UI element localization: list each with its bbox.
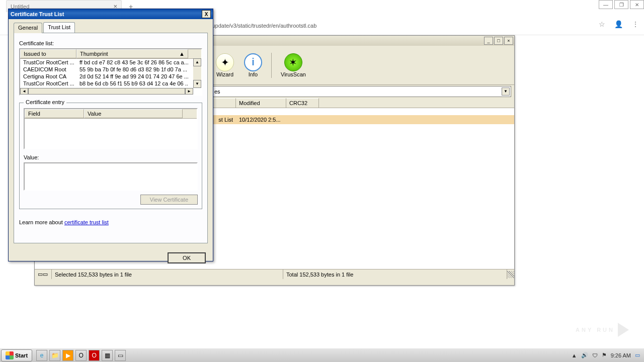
scroll-down-icon[interactable]: ▼: [193, 80, 201, 88]
window-minimize-button[interactable]: —: [599, 0, 613, 9]
col-value[interactable]: Value: [84, 109, 183, 118]
taskbar-ie-icon[interactable]: e: [36, 350, 47, 361]
taskbar-opera-icon[interactable]: O: [89, 350, 100, 361]
system-tray: ▲ 🔊 🛡 ⚑ 9:26 AM ▭: [572, 352, 644, 358]
sort-up-icon: ▲: [179, 51, 185, 57]
col-thumbprint[interactable]: Thumbprint▲: [76, 49, 188, 58]
taskbar-chrome-icon[interactable]: O: [75, 350, 87, 361]
cert-row: TrustCor RootCert ...ff bd cd e7 82 c8 4…: [20, 59, 201, 66]
status-total: Total 152,533 bytes in 1 file: [283, 269, 507, 279]
scroll-right-icon[interactable]: ►: [185, 88, 193, 95]
learn-more: Learn more about certificate trust list: [19, 219, 202, 225]
dialog-close-button[interactable]: X: [202, 10, 211, 18]
tray-flag-icon[interactable]: ⚑: [602, 352, 607, 358]
toolbar-info-button[interactable]: i Info: [244, 53, 262, 77]
col-issued-to[interactable]: Issued to: [20, 49, 76, 58]
cert-entry-group: Certificate entry Field Value Value: Vie…: [19, 103, 202, 209]
toolbar-virusscan-button[interactable]: ✶ VirusScan: [281, 53, 306, 77]
learn-prefix: Learn more about: [19, 219, 64, 225]
info-icon: i: [244, 53, 262, 71]
toolbar-separator: [271, 53, 272, 78]
toolbar-info-label: Info: [249, 71, 258, 77]
cert-row: CAEDICOM Root55 9b ba 7b 0f fe 80 d6 d3 …: [20, 66, 201, 73]
dialog-title: Certificate Trust List: [11, 11, 64, 17]
taskbar-notepad-icon[interactable]: ▭: [115, 350, 126, 361]
tray-clock[interactable]: 9:26 AM: [611, 352, 631, 358]
value-label: Value:: [24, 154, 198, 160]
resize-grip-icon[interactable]: [507, 271, 514, 278]
cert-list-label: Certificate list:: [19, 40, 202, 46]
tray-shield-icon[interactable]: 🛡: [592, 352, 598, 358]
win-minimize-button[interactable]: _: [484, 37, 493, 45]
windows-flag-icon: [6, 351, 14, 359]
wand-icon: ✦: [216, 53, 234, 71]
win-maximize-button[interactable]: □: [494, 37, 503, 45]
col-modified[interactable]: Modified: [236, 98, 286, 108]
tray-volume-icon[interactable]: 🔊: [581, 352, 588, 358]
tab-general[interactable]: General: [14, 23, 42, 33]
chevron-down-icon[interactable]: ▼: [502, 87, 510, 96]
window-close-button[interactable]: ✕: [630, 0, 644, 9]
bookmark-star-icon[interactable]: ☆: [599, 20, 605, 28]
cert-row: TrustCor RootCert ...b8 be 6d cb 56 f1 5…: [20, 80, 201, 87]
scroll-left-icon[interactable]: ◄: [20, 88, 28, 95]
status-selected: Selected 152,533 bytes in 1 file: [52, 269, 283, 279]
toolbar-virus-label: VirusScan: [281, 71, 306, 77]
view-certificate-button: View Certificate: [140, 195, 198, 205]
toolbar-wizard-label: Wizard: [216, 71, 233, 77]
taskbar-media-icon[interactable]: ▶: [62, 350, 73, 361]
kebab-menu-icon[interactable]: ⋮: [632, 20, 639, 28]
win-close-button[interactable]: ×: [504, 37, 513, 45]
taskbar: Start e 📁 ▶ O O ▦ ▭ ▲ 🔊 🛡 ⚑ 9:26 AM ▭: [0, 348, 644, 362]
toolbar-wizard-button[interactable]: ✦ Wizard: [216, 53, 234, 77]
watermark: ANY RUN: [576, 323, 629, 337]
dialog-titlebar[interactable]: Certificate Trust List X: [9, 9, 213, 19]
address-bar[interactable]: pad/update/v3/static/trustedr/en/authroo…: [201, 20, 614, 31]
status-bar: ▭▭ Selected 152,533 bytes in 1 file Tota…: [35, 269, 514, 279]
scroll-up-icon[interactable]: ▲: [193, 58, 201, 66]
tab-trustlist[interactable]: Trust List: [43, 22, 75, 33]
col-crc[interactable]: CRC32: [286, 98, 319, 108]
start-label: Start: [15, 352, 28, 358]
cert-row: Certigna Root CA2d 0d 52 14 ff 9e ad 99 …: [20, 73, 201, 80]
col-field[interactable]: Field: [25, 109, 84, 118]
taskbar-winrar-icon[interactable]: ▦: [102, 350, 113, 361]
taskbar-explorer-icon[interactable]: 📁: [49, 350, 60, 361]
value-textbox[interactable]: [24, 162, 198, 191]
status-icons: ▭▭: [35, 269, 52, 279]
cert-list[interactable]: Issued to Thumbprint▲ TrustCor RootCert …: [19, 48, 202, 96]
cert-list-body[interactable]: TrustCor RootCert ...ff bd cd e7 82 c8 4…: [20, 59, 201, 87]
group-title: Certificate entry: [24, 99, 66, 105]
entry-field-list[interactable]: Field Value: [24, 108, 198, 149]
profile-icon[interactable]: 👤: [614, 20, 623, 28]
tray-show-desktop-icon[interactable]: ▭: [635, 352, 640, 358]
play-icon: [618, 323, 629, 337]
vscrollbar[interactable]: ▲ ▼: [193, 58, 201, 88]
certificate-dialog: Certificate Trust List X General Trust L…: [8, 9, 213, 261]
scroll-thumb[interactable]: [28, 88, 185, 95]
ok-button[interactable]: OK: [168, 252, 206, 263]
learn-more-link[interactable]: certificate trust list: [64, 219, 109, 225]
tab-strip: General Trust List: [14, 22, 208, 33]
start-button[interactable]: Start: [1, 349, 32, 361]
file-modified-cell: 10/12/2020 2:5...: [236, 117, 286, 123]
virus-icon: ✶: [284, 53, 302, 71]
tray-up-icon[interactable]: ▲: [572, 352, 577, 358]
window-maximize-button[interactable]: ❐: [614, 0, 628, 9]
hscrollbar[interactable]: ◄ ►: [20, 88, 193, 95]
taskbar-pinned: e 📁 ▶ O O ▦ ▭: [36, 350, 126, 361]
